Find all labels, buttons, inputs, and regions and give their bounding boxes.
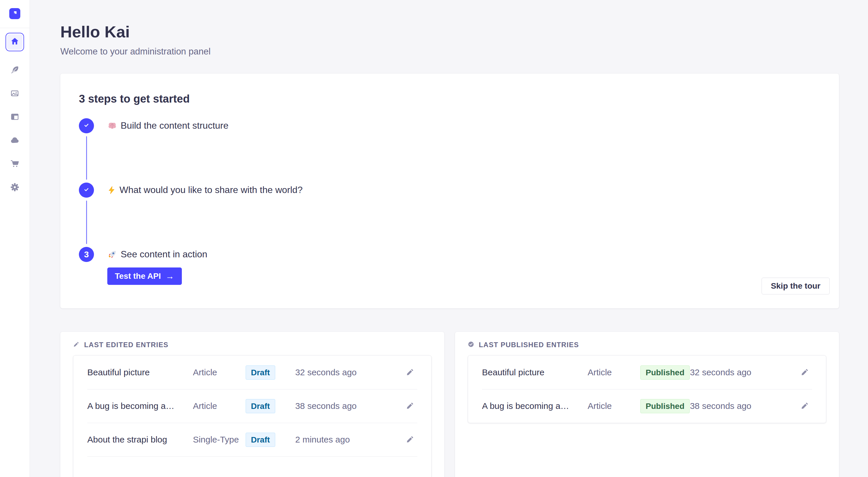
step-2-row: What would you like to share with the wo… <box>79 182 820 198</box>
entry-title: Beautiful picture <box>87 368 193 377</box>
check-icon <box>83 185 90 195</box>
entry-type: Single-Type <box>193 435 246 445</box>
sidebar-item-deploy[interactable] <box>10 135 20 145</box>
entry-title: Beautiful picture <box>482 368 588 377</box>
step-3-label[interactable]: See content in action <box>107 249 207 260</box>
pencil-icon <box>73 341 80 349</box>
edit-entry-button[interactable] <box>405 400 415 412</box>
brain-emoji <box>107 121 117 131</box>
entry-updated-time: 2 minutes ago <box>295 435 388 445</box>
home-icon <box>10 37 20 47</box>
last-published-table: Beautiful picture Article Published 32 s… <box>468 355 826 423</box>
status-badge: Published <box>640 366 690 380</box>
table-row-partial <box>73 456 431 477</box>
entry-type: Article <box>588 401 640 411</box>
arrow-right-icon: → <box>165 272 174 280</box>
entry-updated-time: 38 seconds ago <box>690 401 782 411</box>
last-edited-entries-card: LAST EDITED ENTRIES Beautiful picture Ar… <box>60 332 444 477</box>
pencil-icon <box>800 368 809 377</box>
pencil-icon <box>406 401 414 411</box>
edit-entry-button[interactable] <box>405 434 415 446</box>
table-row: Beautiful picture Article Draft 32 secon… <box>73 355 431 389</box>
step-2-done-circle <box>79 182 94 198</box>
last-published-header: LAST PUBLISHED ENTRIES <box>468 341 826 349</box>
entry-title: A bug is becoming a… <box>87 401 193 411</box>
table-row: Beautiful picture Article Published 32 s… <box>468 355 826 389</box>
strapi-logo[interactable] <box>9 8 20 19</box>
sidebar-divider <box>0 28 30 28</box>
guided-tour-title: 3 steps to get started <box>79 92 820 106</box>
pencil-icon <box>800 401 809 411</box>
sidebar <box>0 0 30 477</box>
strapi-logo-icon <box>11 9 19 18</box>
edit-entry-button[interactable] <box>405 367 415 378</box>
sidebar-item-content-type-builder[interactable] <box>10 112 20 122</box>
step-connector <box>79 198 820 247</box>
test-the-api-button[interactable]: Test the API → <box>107 268 182 285</box>
table-row: About the strapi blog Single-Type Draft … <box>73 423 431 456</box>
pictures-icon <box>10 89 20 98</box>
layout-icon <box>10 112 20 122</box>
table-row: A bug is becoming a… Article Published 3… <box>468 389 826 423</box>
last-edited-table: Beautiful picture Article Draft 32 secon… <box>73 355 432 477</box>
step-1-label[interactable]: Build the content structure <box>107 120 228 131</box>
step-1-done-circle <box>79 118 94 133</box>
entry-type: Article <box>588 368 640 377</box>
table-row: A bug is becoming a… Article Draft 38 se… <box>73 389 431 423</box>
feather-icon <box>10 65 20 74</box>
gear-icon <box>10 182 20 192</box>
last-edited-header: LAST EDITED ENTRIES <box>73 341 432 349</box>
last-edited-heading: LAST EDITED ENTRIES <box>84 341 168 349</box>
sidebar-item-content-manager[interactable] <box>10 65 20 75</box>
sidebar-item-marketplace[interactable] <box>10 159 20 169</box>
page-subtitle: Welcome to your administration panel <box>60 46 839 57</box>
last-edited-rows: Beautiful picture Article Draft 32 secon… <box>73 355 431 456</box>
step-1-row: Build the content structure <box>79 118 820 133</box>
last-published-heading: LAST PUBLISHED ENTRIES <box>479 341 579 349</box>
main-content: Hello Kai Welcome to your administration… <box>30 0 868 477</box>
pencil-icon <box>406 368 414 377</box>
check-circle-icon <box>468 341 474 349</box>
sidebar-item-settings[interactable] <box>10 182 20 192</box>
cloud-icon <box>10 135 20 145</box>
last-published-rows: Beautiful picture Article Published 32 s… <box>468 355 826 423</box>
entry-updated-time: 38 seconds ago <box>295 401 388 411</box>
strapi-admin-homepage: { "colors": { "primary": "#4945ff", "pri… <box>0 0 868 477</box>
steps-list: Build the content structure <box>79 118 820 285</box>
step-3-number-circle: 3 <box>79 247 94 262</box>
guided-tour-card: 3 steps to get started <box>60 74 839 308</box>
entry-title: A bug is becoming a… <box>482 401 588 411</box>
entry-updated-time: 32 seconds ago <box>295 368 388 377</box>
step-2-label[interactable]: What would you like to share with the wo… <box>107 184 303 195</box>
step-3-row: 3 See content in action <box>79 247 820 262</box>
status-badge: Draft <box>246 433 275 447</box>
entries-section: LAST EDITED ENTRIES Beautiful picture Ar… <box>60 332 839 477</box>
status-badge: Published <box>640 399 690 413</box>
entry-type: Article <box>193 401 246 411</box>
entry-title: About the strapi blog <box>87 435 193 445</box>
sidebar-item-home[interactable] <box>5 33 24 51</box>
pencil-icon <box>406 435 414 445</box>
rocket-emoji <box>107 249 117 259</box>
page-title: Hello Kai <box>60 23 839 41</box>
entry-type: Article <box>193 368 246 377</box>
test-api-row: Test the API → <box>107 268 820 285</box>
edit-entry-button[interactable] <box>799 367 810 378</box>
last-published-entries-card: LAST PUBLISHED ENTRIES Beautiful picture… <box>455 332 839 477</box>
skip-the-tour-button[interactable]: Skip the tour <box>762 278 830 295</box>
zap-emoji <box>107 185 116 195</box>
status-badge: Draft <box>246 399 275 413</box>
sidebar-item-media-library[interactable] <box>10 89 20 98</box>
check-icon <box>83 121 90 131</box>
entry-updated-time: 32 seconds ago <box>690 368 782 377</box>
status-badge: Draft <box>246 366 275 380</box>
step-connector <box>79 133 820 182</box>
edit-entry-button[interactable] <box>799 400 810 412</box>
cart-icon <box>10 159 20 169</box>
